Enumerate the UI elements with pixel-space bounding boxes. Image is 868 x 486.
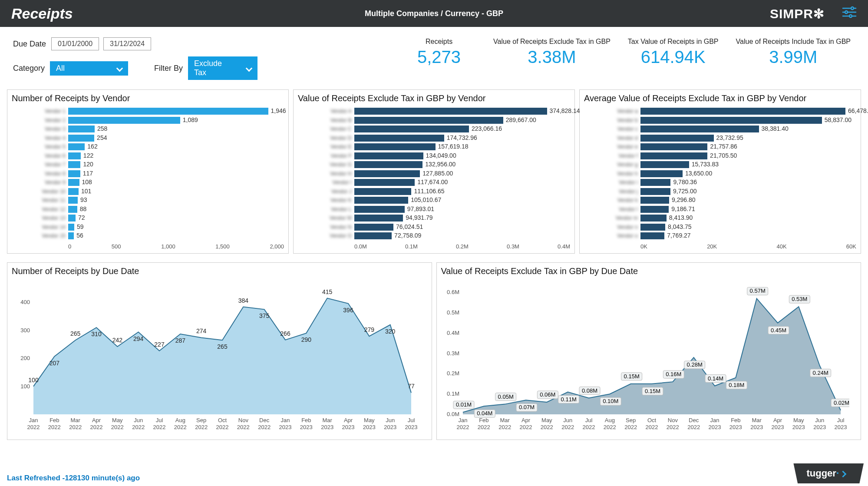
svg-text:2023: 2023 <box>813 424 826 430</box>
date-to-input[interactable]: 31/12/2024 <box>103 37 151 50</box>
chart-count-vendor[interactable]: Vendor 11,946Vendor 21,089Vendor 3258Ven… <box>12 107 284 250</box>
svg-text:2023: 2023 <box>771 424 784 430</box>
svg-text:Jun: Jun <box>134 417 143 423</box>
svg-text:2022: 2022 <box>687 424 700 430</box>
svg-text:0.0M: 0.0M <box>447 411 459 417</box>
svg-text:Jan: Jan <box>710 417 719 423</box>
svg-text:2023: 2023 <box>792 424 805 430</box>
date-from-input[interactable]: 01/01/2000 <box>51 37 99 50</box>
category-select[interactable]: All <box>50 61 128 76</box>
panel-avg-vendor: Average Value of Receipts Exclude Tax in… <box>579 89 861 254</box>
svg-text:Jul: Jul <box>156 417 163 423</box>
svg-text:2022: 2022 <box>48 424 61 430</box>
due-date-label: Due Date <box>13 40 46 49</box>
svg-text:2022: 2022 <box>540 424 553 430</box>
bottom-charts-row: Number of Receipts by Due Date 100200300… <box>0 258 868 444</box>
svg-text:0.11M: 0.11M <box>561 396 576 402</box>
chevron-down-icon <box>116 65 123 72</box>
svg-text:2022: 2022 <box>498 424 511 430</box>
svg-text:266: 266 <box>280 330 290 337</box>
svg-text:2022: 2022 <box>111 424 124 430</box>
filters-row: Due Date 01/01/2000 31/12/2024 Category … <box>0 27 868 85</box>
chart-value-date[interactable]: 0.0M0.1M0.2M0.3M0.4M0.5M0.6M0.01M0.04M0.… <box>441 280 857 436</box>
svg-text:Sep: Sep <box>196 417 206 423</box>
svg-point-1 <box>851 7 854 10</box>
svg-text:2023: 2023 <box>342 424 355 430</box>
svg-text:Aug: Aug <box>175 417 185 423</box>
svg-text:0.08M: 0.08M <box>581 387 597 393</box>
svg-text:2023: 2023 <box>279 424 292 430</box>
svg-text:396: 396 <box>343 306 353 313</box>
svg-text:0.24M: 0.24M <box>812 369 828 376</box>
svg-text:2023: 2023 <box>300 424 313 430</box>
svg-text:320: 320 <box>385 327 396 334</box>
svg-text:Mar: Mar <box>500 417 510 423</box>
svg-text:Jun: Jun <box>563 417 572 423</box>
svg-text:Oct: Oct <box>218 417 227 423</box>
svg-text:265: 265 <box>217 343 228 350</box>
svg-text:2023: 2023 <box>363 424 376 430</box>
svg-text:Feb: Feb <box>479 417 488 423</box>
svg-text:2023: 2023 <box>729 424 742 430</box>
svg-text:Mar: Mar <box>322 417 332 423</box>
svg-text:May: May <box>541 417 552 423</box>
svg-text:0.4M: 0.4M <box>447 329 459 336</box>
svg-text:0.05M: 0.05M <box>498 393 513 400</box>
svg-text:0.14M: 0.14M <box>707 375 723 381</box>
svg-text:274: 274 <box>196 327 207 334</box>
chart-value-vendor[interactable]: Vendor A374,828.14Vendor B289,667.00Vend… <box>298 107 570 250</box>
panel-count-date: Number of Receipts by Due Date 100200300… <box>7 262 432 440</box>
svg-text:Aug: Aug <box>604 417 614 423</box>
svg-point-3 <box>845 11 848 13</box>
svg-text:0.16M: 0.16M <box>666 371 681 377</box>
kpi-value-incl: Value of Receipts Include Tax in GBP 3.9… <box>727 37 859 67</box>
svg-text:Jun: Jun <box>815 417 824 423</box>
svg-text:Jan: Jan <box>458 417 467 423</box>
svg-text:2022: 2022 <box>561 424 574 430</box>
svg-text:2022: 2022 <box>624 424 637 430</box>
svg-text:0.1M: 0.1M <box>447 390 459 397</box>
svg-text:375: 375 <box>259 312 270 319</box>
svg-text:0.18M: 0.18M <box>729 381 744 388</box>
filterby-select[interactable]: Exclude Tax <box>188 56 257 80</box>
svg-text:2023: 2023 <box>384 424 396 430</box>
topbar: Receipts Multiple Companies / Currency -… <box>0 0 868 27</box>
svg-text:Jan: Jan <box>281 417 290 423</box>
svg-text:2022: 2022 <box>645 424 658 430</box>
svg-text:2022: 2022 <box>174 424 187 430</box>
category-label: Category <box>13 64 45 73</box>
kpi-receipts: Receipts 5,273 <box>393 37 485 67</box>
svg-text:Mar: Mar <box>70 417 80 423</box>
svg-text:2022: 2022 <box>519 424 532 430</box>
svg-text:0.5M: 0.5M <box>447 309 459 316</box>
svg-text:0.45M: 0.45M <box>770 327 786 333</box>
svg-text:Nov: Nov <box>667 417 678 423</box>
sliders-icon[interactable] <box>842 6 857 21</box>
svg-text:2023: 2023 <box>708 424 721 430</box>
svg-text:294: 294 <box>133 335 144 342</box>
svg-text:2023: 2023 <box>750 424 763 430</box>
svg-text:2022: 2022 <box>27 424 40 430</box>
chart-avg-vendor[interactable]: Vendor a66,478.00Vendor b58,837.00Vendor… <box>584 107 856 250</box>
page-subtitle: Multiple Companies / Currency - GBP <box>365 9 503 18</box>
svg-text:Feb: Feb <box>50 417 59 423</box>
svg-text:0.2M: 0.2M <box>447 370 459 377</box>
svg-text:2022: 2022 <box>666 424 679 430</box>
svg-text:Jun: Jun <box>386 417 395 423</box>
chart-count-date[interactable]: 1002003004001002072653102422942272872742… <box>12 280 427 436</box>
page-title: Receipts <box>11 5 73 22</box>
gear-icon: ✻ <box>813 6 825 21</box>
kpi-value-excl: Value of Receipts Exclude Tax in GBP 3.3… <box>485 37 619 67</box>
panel-value-date: Value of Receipts Exclude Tax in GBP by … <box>436 262 861 440</box>
svg-text:Apr: Apr <box>344 417 353 423</box>
svg-text:Feb: Feb <box>731 417 740 423</box>
svg-text:100: 100 <box>28 376 39 383</box>
svg-text:Dec: Dec <box>259 417 270 423</box>
svg-text:300: 300 <box>20 327 30 333</box>
svg-text:77: 77 <box>408 383 415 390</box>
svg-text:Apr: Apr <box>773 417 782 423</box>
svg-text:415: 415 <box>322 288 333 295</box>
panel-value-vendor: Value of Receipts Exclude Tax in GBP by … <box>293 89 575 254</box>
svg-text:2022: 2022 <box>258 424 271 430</box>
svg-text:279: 279 <box>364 326 375 333</box>
